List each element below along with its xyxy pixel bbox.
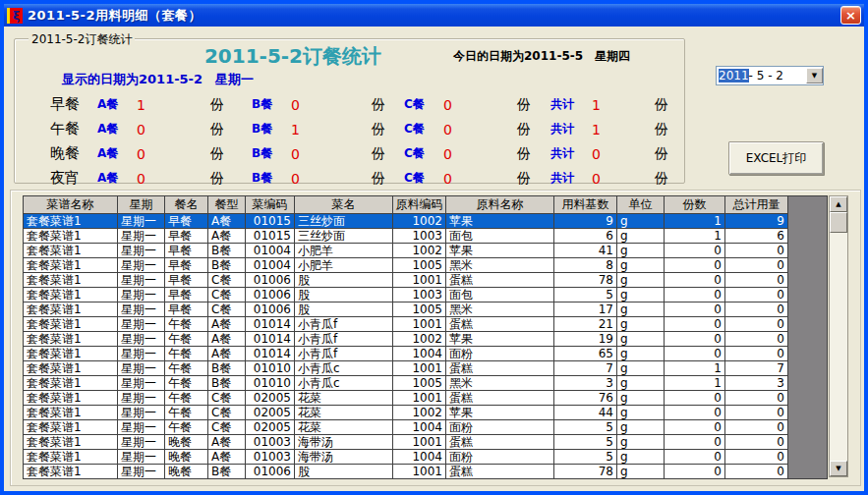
table-cell[interactable]: 星期一 [118, 465, 165, 479]
table-cell[interactable]: 海带汤 [295, 450, 393, 465]
table-cell[interactable]: A餐 [208, 435, 246, 450]
table-cell[interactable]: 1001 [393, 435, 446, 450]
table-cell[interactable]: 苹果 [446, 244, 554, 258]
table-row[interactable]: 套餐菜谱1星期一晚餐A餐01003海带汤1001蛋糕5g00 [24, 435, 828, 450]
table-row[interactable]: 套餐菜谱1星期一早餐A餐01015三丝炒面1003面包6g16 [24, 229, 828, 244]
table-cell[interactable]: 01010 [246, 361, 295, 376]
table-cell[interactable]: 1 [665, 214, 725, 229]
table-cell[interactable]: 1 [665, 229, 725, 244]
table-row[interactable]: 套餐菜谱1星期一午餐A餐01014小青瓜f1004面粉65g00 [24, 347, 828, 361]
table-cell[interactable]: 星期一 [118, 214, 165, 229]
date-combobox[interactable]: 2011- 5 - 2 ▼ [716, 66, 824, 85]
table-cell[interactable]: 9 [554, 214, 617, 229]
table-cell[interactable]: 0 [665, 406, 725, 420]
table-cell[interactable]: g [617, 376, 665, 391]
table-cell[interactable]: 01006 [246, 302, 295, 317]
table-cell[interactable]: 花菜 [295, 406, 393, 420]
table-cell[interactable]: 星期一 [118, 406, 165, 420]
table-cell[interactable]: 6 [554, 229, 617, 244]
table-cell[interactable]: 01006 [246, 288, 295, 302]
table-cell[interactable]: 17 [554, 302, 617, 317]
table-cell[interactable]: 套餐菜谱1 [24, 406, 118, 420]
table-cell[interactable]: 01014 [246, 347, 295, 361]
table-cell[interactable]: 套餐菜谱1 [24, 435, 118, 450]
table-cell[interactable]: 76 [554, 391, 617, 406]
table-row[interactable]: 套餐菜谱1星期一午餐A餐01014小青瓜f1001蛋糕21g00 [24, 317, 828, 332]
table-cell[interactable]: g [617, 332, 665, 347]
table-cell[interactable]: 0 [665, 302, 725, 317]
table-cell[interactable]: 5 [554, 288, 617, 302]
table-cell[interactable]: 小青瓜f [295, 347, 393, 361]
table-row[interactable]: 套餐菜谱1星期一早餐A餐01015三丝炒面1002苹果9g19 [24, 214, 828, 229]
table-cell[interactable]: 1002 [393, 244, 446, 258]
table-cell[interactable]: 套餐菜谱1 [24, 450, 118, 465]
table-cell[interactable]: 小青瓜c [295, 376, 393, 391]
table-cell[interactable]: 01003 [246, 435, 295, 450]
table-cell[interactable]: 44 [554, 406, 617, 420]
table-cell[interactable]: C餐 [208, 288, 246, 302]
table-cell[interactable]: A餐 [208, 450, 246, 465]
table-cell[interactable]: 股 [295, 465, 393, 479]
table-cell[interactable]: 9 [725, 214, 788, 229]
table-cell[interactable]: 午餐 [165, 332, 208, 347]
table-cell[interactable]: 0 [725, 347, 788, 361]
table-cell[interactable]: 小青瓜f [295, 317, 393, 332]
table-cell[interactable]: 0 [725, 302, 788, 317]
excel-print-button[interactable]: EXCEL打印 [728, 141, 824, 175]
table-cell[interactable]: A餐 [208, 229, 246, 244]
table-cell[interactable]: 01014 [246, 332, 295, 347]
table-cell[interactable]: 星期一 [118, 347, 165, 361]
table-cell[interactable]: 01003 [246, 450, 295, 465]
table-cell[interactable]: 1001 [393, 391, 446, 406]
table-cell[interactable]: 19 [554, 332, 617, 347]
table-cell[interactable]: B餐 [208, 465, 246, 479]
table-cell[interactable]: B餐 [208, 361, 246, 376]
table-cell[interactable]: 01006 [246, 465, 295, 479]
table-cell[interactable]: 1003 [393, 288, 446, 302]
table-cell[interactable]: 1004 [393, 450, 446, 465]
table-cell[interactable]: 股 [295, 288, 393, 302]
table-cell[interactable]: 早餐 [165, 258, 208, 273]
table-cell[interactable]: 1001 [393, 317, 446, 332]
table-cell[interactable]: 星期一 [118, 361, 165, 376]
table-cell[interactable]: 晚餐 [165, 450, 208, 465]
table-cell[interactable]: 0 [725, 406, 788, 420]
table-cell[interactable]: 午餐 [165, 391, 208, 406]
table-cell[interactable]: 1001 [393, 361, 446, 376]
table-cell[interactable]: 星期一 [118, 244, 165, 258]
table-cell[interactable]: 0 [665, 465, 725, 479]
table-cell[interactable]: g [617, 420, 665, 435]
table-cell[interactable]: 套餐菜谱1 [24, 229, 118, 244]
table-cell[interactable]: 01006 [246, 273, 295, 288]
table-cell[interactable]: C餐 [208, 302, 246, 317]
table-cell[interactable]: 6 [725, 229, 788, 244]
table-cell[interactable]: 黑米 [446, 258, 554, 273]
table-cell[interactable]: 7 [725, 361, 788, 376]
table-cell[interactable]: 0 [725, 450, 788, 465]
table-cell[interactable]: 星期一 [118, 258, 165, 273]
table-cell[interactable]: 蛋糕 [446, 361, 554, 376]
table-cell[interactable]: 套餐菜谱1 [24, 376, 118, 391]
table-row[interactable]: 套餐菜谱1星期一晚餐B餐01006股1001蛋糕78g00 [24, 465, 828, 479]
table-cell[interactable]: C餐 [208, 273, 246, 288]
table-cell[interactable]: 早餐 [165, 273, 208, 288]
table-cell[interactable]: 小肥羊 [295, 258, 393, 273]
table-cell[interactable]: 黑米 [446, 302, 554, 317]
table-cell[interactable]: 0 [725, 258, 788, 273]
table-cell[interactable]: 小青瓜f [295, 332, 393, 347]
table-cell[interactable]: 1001 [393, 273, 446, 288]
table-cell[interactable]: g [617, 361, 665, 376]
table-cell[interactable]: 0 [665, 391, 725, 406]
table-cell[interactable]: 晚餐 [165, 465, 208, 479]
table-cell[interactable]: 0 [665, 244, 725, 258]
table-cell[interactable]: 苹果 [446, 406, 554, 420]
table-cell[interactable]: 0 [665, 347, 725, 361]
table-cell[interactable]: 星期一 [118, 229, 165, 244]
table-row[interactable]: 套餐菜谱1星期一午餐C餐02005花菜1002苹果44g00 [24, 406, 828, 420]
table-cell[interactable]: 7 [554, 361, 617, 376]
table-cell[interactable]: 套餐菜谱1 [24, 273, 118, 288]
table-cell[interactable]: 1003 [393, 229, 446, 244]
table-cell[interactable]: 套餐菜谱1 [24, 391, 118, 406]
scroll-up-button[interactable]: ▲ [830, 196, 847, 212]
table-cell[interactable]: 3 [725, 376, 788, 391]
